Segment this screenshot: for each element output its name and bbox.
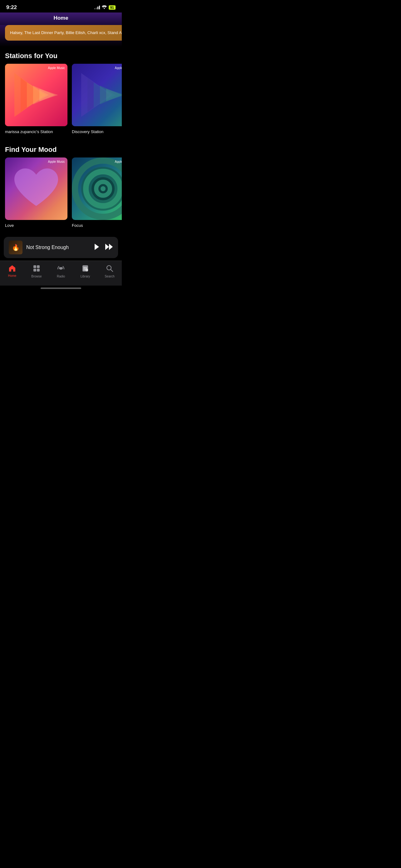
marissa-station-card[interactable]: Apple Music — [5, 64, 67, 134]
warm-arrow-art — [5, 64, 67, 126]
focus-card[interactable]: Apple Music Focus — [72, 157, 122, 228]
svg-line-35 — [111, 270, 113, 272]
tab-radio[interactable]: Radio — [49, 264, 73, 279]
discovery-station-label: Discovery Station — [72, 129, 103, 134]
find-your-mood-section: Find Your Mood — [0, 141, 122, 234]
svg-rect-25 — [33, 269, 36, 272]
apple-music-badge-2: Apple Music — [114, 66, 122, 70]
focus-art: Apple Music — [72, 157, 122, 220]
focus-label: Focus — [72, 223, 83, 228]
apple-music-badge-love: Apple Music — [48, 160, 65, 163]
focus-artwork — [72, 157, 122, 220]
marissa-station-label: marissa zupancic's Station — [5, 129, 53, 134]
apple-music-badge-focus: Apple Music — [115, 160, 122, 163]
discovery-station-card[interactable]: Apple Music — [72, 64, 122, 134]
radio-icon — [57, 265, 65, 273]
mini-player[interactable]: 🔥 Not Strong Enough — [4, 237, 118, 258]
home-indicator — [0, 286, 122, 290]
page-header: Home — [0, 12, 122, 25]
tab-home[interactable]: Home — [0, 264, 24, 279]
home-icon — [8, 265, 16, 273]
mood-scroll[interactable]: Apple Music Love — [0, 157, 122, 234]
stations-scroll[interactable]: Apple Music — [0, 64, 122, 141]
apple-music-badge-1: Apple Music — [47, 66, 65, 70]
mini-player-controls — [94, 243, 113, 252]
svg-rect-24 — [37, 265, 40, 268]
top-card-1[interactable]: Halsey, The Last Dinner Party, Billie Ei… — [5, 25, 122, 41]
svg-marker-21 — [105, 244, 109, 250]
wifi-icon — [102, 5, 107, 10]
love-label: Love — [5, 223, 14, 228]
tab-radio-label: Radio — [57, 275, 65, 278]
mini-player-art-emoji: 🔥 — [12, 244, 20, 251]
search-icon — [106, 265, 113, 273]
mini-player-title: Not Strong Enough — [26, 245, 90, 250]
stations-for-you-title: Stations for You — [0, 47, 122, 64]
svg-marker-20 — [95, 244, 99, 250]
tab-library[interactable]: Library — [73, 264, 97, 279]
status-icons: 91 — [94, 5, 115, 10]
love-art: Apple Music — [5, 157, 67, 220]
find-your-mood-title: Find Your Mood — [0, 141, 122, 157]
top-card-1-text: Halsey, The Last Dinner Party, Billie Ei… — [10, 30, 122, 36]
battery-badge: 91 — [109, 5, 115, 10]
library-icon — [82, 265, 89, 273]
signal-bars-icon — [94, 6, 100, 9]
svg-rect-26 — [37, 269, 40, 272]
status-bar: 9:22 91 — [0, 0, 122, 12]
tab-search[interactable]: Search — [97, 264, 122, 279]
browse-icon — [33, 265, 40, 273]
cool-arrow-art — [72, 64, 122, 126]
tab-search-label: Search — [105, 275, 114, 278]
top-scroll-area[interactable]: Halsey, The Last Dinner Party, Billie Ei… — [0, 25, 122, 47]
love-card[interactable]: Apple Music Love — [5, 157, 67, 228]
play-button[interactable] — [94, 243, 100, 252]
stations-for-you-section: Stations for You Apple Music — [0, 47, 122, 141]
love-artwork — [5, 157, 67, 220]
tab-browse[interactable]: Browse — [24, 264, 49, 279]
tab-library-label: Library — [80, 275, 90, 278]
svg-rect-31 — [83, 270, 86, 270]
svg-rect-23 — [33, 265, 36, 268]
marissa-station-art: Apple Music — [5, 64, 67, 126]
page-title: Home — [54, 15, 68, 21]
svg-rect-30 — [83, 269, 87, 269]
discovery-station-art: Apple Music — [72, 64, 122, 126]
mini-player-art: 🔥 — [9, 241, 23, 254]
skip-forward-button[interactable] — [105, 243, 113, 252]
svg-point-19 — [101, 186, 106, 191]
home-indicator-bar — [41, 287, 81, 289]
tab-home-label: Home — [8, 274, 16, 277]
tab-browse-label: Browse — [31, 275, 41, 278]
svg-marker-22 — [109, 244, 113, 250]
status-time: 9:22 — [6, 4, 17, 11]
svg-rect-29 — [83, 267, 87, 268]
tab-bar: Home Browse Radio — [0, 260, 122, 286]
